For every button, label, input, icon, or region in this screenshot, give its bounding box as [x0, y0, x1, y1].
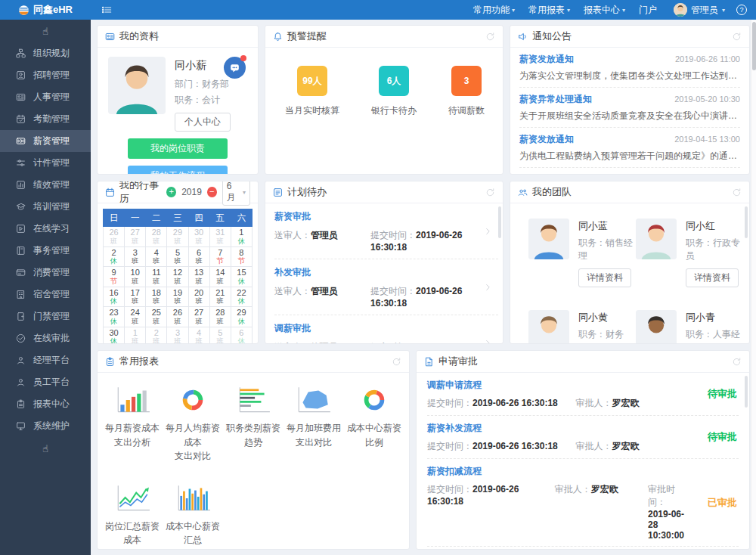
refresh-icon[interactable]: [485, 188, 495, 197]
calendar-day[interactable]: 10班: [125, 267, 146, 287]
approval-item[interactable]: 薪资补发流程提交时间：2019-06-26 16:30:18审批人：罗宏欧待审批: [427, 416, 739, 459]
calendar-day[interactable]: 3班: [125, 246, 146, 267]
sidebar-item-招聘管理[interactable]: 招聘管理: [0, 64, 91, 86]
report-shortcut[interactable]: 成本中心薪资汇总/成本中心人均薪资: [163, 483, 223, 550]
sidebar-item-消费管理[interactable]: 消费管理: [0, 262, 91, 284]
calendar-day[interactable]: 28班: [146, 227, 167, 247]
calendar-day[interactable]: 22休: [231, 287, 252, 307]
calendar-day[interactable]: 23休: [104, 307, 125, 327]
sidebar-item-报表中心[interactable]: 报表中心: [0, 393, 91, 415]
todo-title[interactable]: 调薪审批: [274, 322, 476, 335]
calendar-day[interactable]: 8节: [231, 246, 252, 267]
calendar-day[interactable]: 21班: [209, 287, 231, 307]
sidebar-item-经理平台[interactable]: 经理平台: [0, 349, 91, 371]
calendar-day[interactable]: 2休: [104, 246, 125, 267]
calendar-day[interactable]: 5班: [209, 327, 231, 344]
report-shortcut[interactable]: 每月人均薪资成本支出对比: [163, 385, 223, 464]
calendar-day[interactable]: 1休: [231, 227, 252, 247]
calendar-day[interactable]: 30班: [188, 227, 209, 247]
refresh-icon[interactable]: [485, 32, 495, 42]
notice-item[interactable]: 薪资发放通知2019-06-26 11:00为落实公文管理制度，使集团各类公文处…: [519, 48, 740, 88]
approval-item[interactable]: 调薪申请流程提交时间：2019-06-26 16:30:18审批人：罗宏欧待审批: [427, 373, 739, 416]
calendar-day[interactable]: 15休: [231, 267, 252, 287]
calendar-day[interactable]: 27班: [125, 227, 146, 247]
sidebar-item-系统维护[interactable]: 系统维护: [0, 415, 91, 437]
calendar-day[interactable]: 14班: [209, 267, 231, 287]
page-scrollbar[interactable]: [751, 20, 756, 555]
todo-item[interactable]: 补发审批送审人：管理员提交时间：2019-06-26 16:30:18: [274, 259, 498, 315]
notice-item[interactable]: 薪资发放通知2019-04-15 13:00为供电工程贴费纳入预算管理若干问题的…: [519, 128, 740, 168]
todo-item[interactable]: 薪资审批送审人：管理员提交时间：2019-06-26 16:30:18: [274, 203, 498, 259]
notice-title[interactable]: 薪资异常处理通知: [519, 173, 592, 175]
todo-title[interactable]: 补发审批: [274, 266, 476, 279]
refresh-icon[interactable]: [732, 32, 742, 42]
approval-title[interactable]: 薪资补发流程: [427, 422, 684, 435]
member-detail-button[interactable]: 详情资料: [578, 268, 631, 287]
report-shortcut[interactable]: 职务类别薪资趋势: [223, 385, 284, 464]
refresh-icon[interactable]: [392, 357, 401, 367]
calendar-day[interactable]: 17班: [125, 287, 146, 307]
calendar-day[interactable]: 30休: [104, 327, 125, 344]
calendar-day[interactable]: 4班: [188, 327, 209, 344]
calendar-day[interactable]: 6班: [188, 246, 209, 267]
report-shortcut[interactable]: 每月薪资成本支出分析: [102, 385, 163, 464]
notice-title[interactable]: 薪资发放通知: [519, 53, 574, 66]
calendar-day[interactable]: 1班: [125, 327, 146, 344]
scrollbar-thumb[interactable]: [745, 206, 748, 238]
refresh-icon[interactable]: [732, 188, 742, 197]
approval-item[interactable]: 薪资扣减流程提交时间：2019-06-26 16:30:18审批人：罗宏欧审批时…: [427, 459, 739, 547]
calendar-day[interactable]: 11班: [146, 267, 167, 287]
topnav-item[interactable]: 常用报表▾: [528, 4, 570, 17]
alert-tile[interactable]: 6人银行卡待办: [371, 66, 417, 117]
calendar-day[interactable]: 25班: [146, 307, 167, 327]
user-avatar[interactable]: [674, 3, 687, 17]
my-duty-button[interactable]: 我的岗位职责: [128, 138, 228, 159]
topnav-item[interactable]: 报表中心▾: [584, 4, 625, 17]
calendar-day[interactable]: 18班: [146, 287, 167, 307]
sidebar-item-宿舍管理[interactable]: 宿舍管理: [0, 284, 91, 305]
refresh-icon[interactable]: [732, 357, 742, 367]
report-shortcut[interactable]: 成本中心薪资比例: [344, 385, 404, 464]
calendar-day[interactable]: 5班: [167, 246, 188, 267]
notice-item[interactable]: 薪资异常处理通知2019-05-20 10:30关于开展班组安全活动质量竞赛及安…: [519, 88, 740, 128]
sidebar-item-在线审批[interactable]: 在线审批: [0, 327, 91, 349]
message-icon[interactable]: [224, 57, 246, 79]
notice-title[interactable]: 薪资发放通知: [519, 133, 574, 146]
notice-item[interactable]: 薪资异常处理通知2019-02-21 11:00要进一步加强供用电合同管理，注重…: [519, 168, 740, 175]
calendar-day[interactable]: 20班: [188, 287, 209, 307]
calendar-day[interactable]: 12班: [167, 267, 188, 287]
month-select[interactable]: 6月▾: [222, 181, 250, 206]
sidebar-item-考勤管理[interactable]: 考勤管理: [0, 108, 91, 130]
calendar-day[interactable]: 26班: [104, 227, 125, 247]
notice-title[interactable]: 薪资异常处理通知: [519, 93, 592, 106]
todo-item[interactable]: 调薪审批送审人：管理员提交时间：2019-06-26 16:30:18: [274, 315, 498, 344]
calendar-day[interactable]: 7节: [209, 246, 231, 267]
year-decrease-button[interactable]: −: [207, 187, 217, 197]
calendar-day[interactable]: 19班: [167, 287, 188, 307]
hand-icon[interactable]: ☝: [0, 437, 91, 460]
calendar-day[interactable]: 27班: [188, 307, 209, 327]
member-detail-button[interactable]: 详情资料: [686, 268, 739, 287]
report-shortcut[interactable]: 每月加班费用支出对比: [284, 385, 344, 464]
personal-center-button[interactable]: 个人中心: [175, 113, 231, 132]
year-increase-button[interactable]: +: [166, 187, 176, 197]
scrollbar-thumb[interactable]: [498, 206, 501, 238]
scrollbar-thumb[interactable]: [752, 22, 756, 70]
sidebar-item-人事管理[interactable]: 人事管理: [0, 86, 91, 108]
topnav-item[interactable]: 门户: [639, 4, 657, 17]
report-shortcut[interactable]: 岗位汇总薪资成本/岗位平均工资成本: [102, 483, 163, 550]
hand-icon[interactable]: ☝: [0, 20, 91, 42]
calendar-day[interactable]: 29班: [167, 227, 188, 247]
calendar-day[interactable]: 3班: [167, 327, 188, 344]
approval-item[interactable]: 调薪申请流程提交时间：2019-06-26 16:30:18审批人：罗宏欧审批时…: [427, 547, 739, 550]
calendar-day[interactable]: 9节: [104, 267, 125, 287]
calendar-day[interactable]: 31班: [209, 227, 231, 247]
topnav-item[interactable]: 常用功能▾: [473, 4, 515, 17]
user-name[interactable]: 管理员: [691, 4, 718, 17]
todo-title[interactable]: 薪资审批: [274, 210, 476, 223]
help-icon[interactable]: ?: [736, 5, 747, 15]
calendar-day[interactable]: 29休: [231, 307, 252, 327]
alert-tile[interactable]: 3待调薪数: [448, 66, 485, 117]
sidebar-item-员工平台[interactable]: 员工平台: [0, 371, 91, 393]
calendar-day[interactable]: 4班: [146, 246, 167, 267]
